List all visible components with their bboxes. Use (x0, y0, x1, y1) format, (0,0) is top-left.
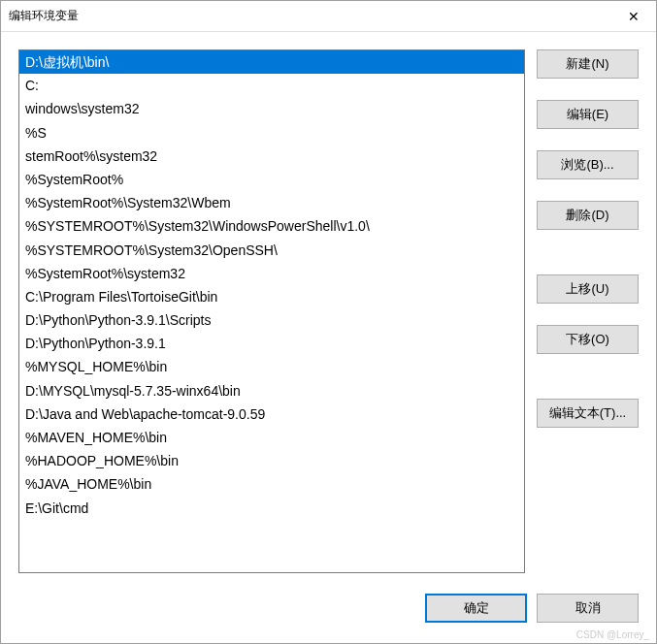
dialog-footer: 确定 取消 (1, 591, 656, 643)
list-item[interactable]: C: (19, 74, 524, 97)
titlebar: 编辑环境变量 ✕ (1, 1, 656, 32)
list-item[interactable]: stemRoot%\system32 (19, 145, 524, 168)
delete-button[interactable]: 删除(D) (537, 201, 639, 230)
list-item[interactable]: D:\Python\Python-3.9.1 (19, 332, 524, 355)
list-item[interactable]: %SYSTEMROOT%\System32\WindowsPowerShell\… (19, 214, 524, 238)
list-item[interactable]: %S (19, 121, 524, 145)
dialog-window: 编辑环境变量 ✕ D:\虚拟机\bin\C:windows\system32%S… (0, 0, 657, 644)
list-item[interactable]: C:\Program Files\TortoiseGit\bin (19, 285, 524, 308)
ok-button[interactable]: 确定 (425, 594, 527, 623)
list-item[interactable]: %SystemRoot% (19, 168, 524, 191)
new-button[interactable]: 新建(N) (537, 49, 639, 79)
list-item[interactable]: %HADOOP_HOME%\bin (19, 449, 524, 472)
close-button[interactable]: ✕ (611, 1, 656, 32)
list-item[interactable]: windows\system32 (19, 97, 524, 120)
list-item[interactable]: %SystemRoot%\system32 (19, 262, 524, 285)
list-item[interactable]: D:\虚拟机\bin\ (19, 50, 524, 74)
content-area: D:\虚拟机\bin\C:windows\system32%SstemRoot%… (1, 32, 656, 591)
list-item[interactable]: %SystemRoot%\System32\Wbem (19, 191, 524, 214)
move-up-button[interactable]: 上移(U) (537, 274, 639, 304)
list-item[interactable]: %JAVA_HOME%\bin (19, 472, 524, 496)
cancel-button[interactable]: 取消 (537, 594, 639, 623)
list-item[interactable]: D:\Python\Python-3.9.1\Scripts (19, 308, 524, 332)
list-item[interactable]: E:\Git\cmd (19, 497, 524, 520)
list-item[interactable]: %MAVEN_HOME%\bin (19, 426, 524, 449)
close-icon: ✕ (628, 9, 640, 24)
window-title: 编辑环境变量 (9, 8, 79, 24)
path-listbox[interactable]: D:\虚拟机\bin\C:windows\system32%SstemRoot%… (18, 49, 525, 573)
list-item[interactable]: %MYSQL_HOME%\bin (19, 355, 524, 378)
list-item[interactable]: D:\MYSQL\mysql-5.7.35-winx64\bin (19, 379, 524, 402)
edit-button[interactable]: 编辑(E) (537, 100, 639, 129)
edit-text-button[interactable]: 编辑文本(T)... (537, 399, 639, 428)
browse-button[interactable]: 浏览(B)... (537, 150, 639, 179)
button-column: 新建(N) 编辑(E) 浏览(B)... 删除(D) 上移(U) 下移(O) 编… (537, 49, 639, 573)
move-down-button[interactable]: 下移(O) (537, 325, 639, 354)
list-item[interactable]: D:\Java and Web\apache-tomcat-9.0.59 (19, 402, 524, 426)
list-item[interactable]: %SYSTEMROOT%\System32\OpenSSH\ (19, 239, 524, 262)
